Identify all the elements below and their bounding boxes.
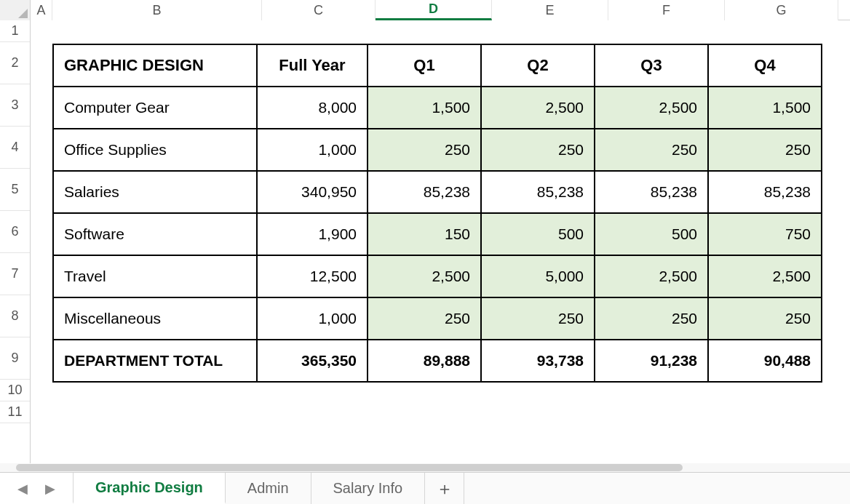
- table-row[interactable]: Office Supplies1,000250250250250: [53, 129, 822, 171]
- row-header-9[interactable]: 9: [0, 337, 30, 380]
- category-cell[interactable]: Computer Gear: [53, 87, 257, 129]
- q1-cell[interactable]: 250: [368, 129, 481, 171]
- col-q2[interactable]: Q2: [481, 44, 595, 87]
- q3-cell[interactable]: 2,500: [595, 87, 708, 129]
- sheet-tab-label: Salary Info: [333, 480, 403, 497]
- sheet-tab-label: Graphic Design: [95, 479, 203, 496]
- sheet-prev-icon[interactable]: ◀: [17, 481, 28, 497]
- full-year-cell[interactable]: 340,950: [257, 171, 368, 213]
- q4-cell[interactable]: 1,500: [708, 87, 822, 129]
- sheet-tab-label: Admin: [247, 480, 289, 497]
- horizontal-scrollbar[interactable]: [0, 463, 850, 472]
- sheet-nav: ◀ ▶: [0, 473, 73, 504]
- q1-cell[interactable]: 2,500: [368, 255, 481, 297]
- full-year-cell[interactable]: 1,000: [257, 129, 368, 171]
- q2-cell[interactable]: 250: [481, 297, 595, 340]
- sheet-next-icon[interactable]: ▶: [45, 481, 55, 497]
- column-header-e[interactable]: E: [492, 0, 608, 20]
- total-q3[interactable]: 91,238: [595, 340, 708, 382]
- category-cell[interactable]: Miscellaneous: [53, 297, 257, 340]
- column-header-g[interactable]: G: [725, 0, 838, 20]
- q4-cell[interactable]: 750: [708, 213, 822, 255]
- col-q3[interactable]: Q3: [595, 44, 708, 87]
- row-header-3[interactable]: 3: [0, 84, 30, 127]
- row-header-4[interactable]: 4: [0, 127, 30, 169]
- table-row[interactable]: Computer Gear8,0001,5002,5002,5001,500: [53, 87, 822, 129]
- total-row[interactable]: DEPARTMENT TOTAL 365,350 89,888 93,738 9…: [53, 340, 822, 382]
- table-row[interactable]: Travel12,5002,5005,0002,5002,500: [53, 255, 822, 297]
- q3-cell[interactable]: 85,238: [595, 171, 708, 213]
- grid-area[interactable]: GRAPHIC DESIGN Full Year Q1 Q2 Q3 Q4 Com…: [31, 20, 850, 463]
- row-header-6[interactable]: 6: [0, 211, 30, 253]
- total-q4[interactable]: 90,488: [708, 340, 822, 382]
- column-header-d[interactable]: D: [376, 0, 492, 20]
- q4-cell[interactable]: 2,500: [708, 255, 822, 297]
- q1-cell[interactable]: 85,238: [368, 171, 481, 213]
- q1-cell[interactable]: 1,500: [368, 87, 481, 129]
- total-full-year[interactable]: 365,350: [257, 340, 368, 382]
- full-year-cell[interactable]: 1,900: [257, 213, 368, 255]
- row-header-8[interactable]: 8: [0, 295, 30, 337]
- q3-cell[interactable]: 2,500: [595, 255, 708, 297]
- table-row[interactable]: Salaries340,95085,23885,23885,23885,238: [53, 171, 822, 213]
- add-sheet-button[interactable]: ＋: [425, 473, 464, 504]
- row-header-10[interactable]: 10: [0, 380, 30, 401]
- row-headers: 1234567891011: [0, 20, 31, 463]
- row-header-11[interactable]: 11: [0, 401, 30, 423]
- q3-cell[interactable]: 250: [595, 297, 708, 340]
- table-header-row[interactable]: GRAPHIC DESIGN Full Year Q1 Q2 Q3 Q4: [53, 44, 822, 87]
- row-header-2[interactable]: 2: [0, 42, 30, 84]
- row-header-7[interactable]: 7: [0, 253, 30, 295]
- q4-cell[interactable]: 85,238: [708, 171, 822, 213]
- q3-cell[interactable]: 250: [595, 129, 708, 171]
- q2-cell[interactable]: 2,500: [481, 87, 595, 129]
- row-header-5[interactable]: 5: [0, 169, 30, 211]
- q2-cell[interactable]: 85,238: [481, 171, 595, 213]
- column-header-f[interactable]: F: [608, 0, 725, 20]
- total-q1[interactable]: 89,888: [368, 340, 481, 382]
- total-label[interactable]: DEPARTMENT TOTAL: [53, 340, 257, 382]
- category-cell[interactable]: Salaries: [53, 171, 257, 213]
- column-headers: ABCDEFG: [0, 0, 850, 20]
- table-row[interactable]: Software1,900150500500750: [53, 213, 822, 255]
- sheet-tab-graphic-design[interactable]: Graphic Design: [73, 473, 226, 504]
- horizontal-scrollbar-thumb[interactable]: [16, 464, 683, 471]
- select-all-corner[interactable]: [0, 0, 31, 20]
- sheet-tab-admin[interactable]: Admin: [226, 473, 311, 504]
- table-title[interactable]: GRAPHIC DESIGN: [53, 44, 257, 87]
- q2-cell[interactable]: 250: [481, 129, 595, 171]
- q1-cell[interactable]: 250: [368, 297, 481, 340]
- column-header-b[interactable]: B: [52, 0, 262, 20]
- full-year-cell[interactable]: 12,500: [257, 255, 368, 297]
- budget-table[interactable]: GRAPHIC DESIGN Full Year Q1 Q2 Q3 Q4 Com…: [52, 44, 822, 383]
- category-cell[interactable]: Software: [53, 213, 257, 255]
- q3-cell[interactable]: 500: [595, 213, 708, 255]
- col-q4[interactable]: Q4: [708, 44, 822, 87]
- total-q2[interactable]: 93,738: [481, 340, 595, 382]
- category-cell[interactable]: Travel: [53, 255, 257, 297]
- column-header-c[interactable]: C: [262, 0, 376, 20]
- full-year-cell[interactable]: 1,000: [257, 297, 368, 340]
- q4-cell[interactable]: 250: [708, 297, 822, 340]
- col-full-year[interactable]: Full Year: [257, 44, 368, 87]
- q4-cell[interactable]: 250: [708, 129, 822, 171]
- sheet-tab-bar: ◀ ▶ Graphic DesignAdminSalary Info ＋: [0, 472, 850, 504]
- col-q1[interactable]: Q1: [368, 44, 481, 87]
- q2-cell[interactable]: 500: [481, 213, 595, 255]
- sheet-tab-salary-info[interactable]: Salary Info: [311, 473, 426, 504]
- sheet-bar-spacer: [464, 473, 850, 504]
- row-header-1[interactable]: 1: [0, 20, 30, 42]
- q1-cell[interactable]: 150: [368, 213, 481, 255]
- column-header-a[interactable]: A: [31, 0, 52, 20]
- plus-icon: ＋: [436, 477, 453, 500]
- table-row[interactable]: Miscellaneous1,000250250250250: [53, 297, 822, 340]
- q2-cell[interactable]: 5,000: [481, 255, 595, 297]
- full-year-cell[interactable]: 8,000: [257, 87, 368, 129]
- category-cell[interactable]: Office Supplies: [53, 129, 257, 171]
